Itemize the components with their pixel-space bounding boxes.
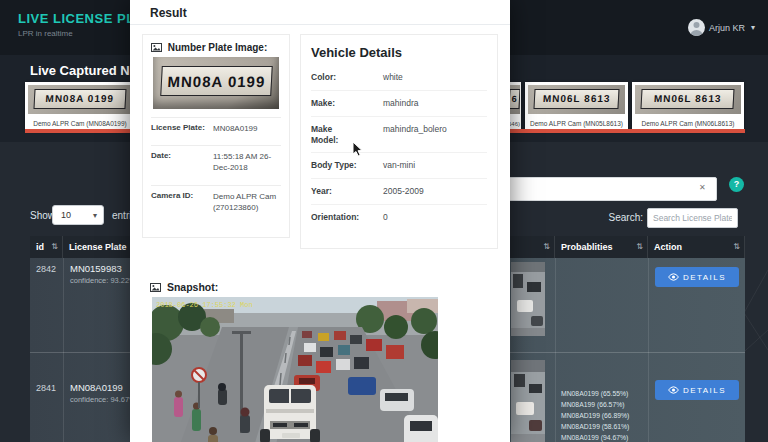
help-icon[interactable]: ? [729,177,744,192]
field-label: License Plate: [151,123,209,132]
clear-icon[interactable]: ✕ [699,183,706,192]
probability-item: MN08AD199 (66.89%) [561,410,629,421]
row-license-plate: MN08A0199 [70,382,123,393]
search-label: Search: [585,212,643,223]
mouse-cursor [352,141,364,157]
details-button-label: DETAILS [683,273,726,282]
field-row: License Plate: MN08A0199 [151,117,281,145]
sort-icon[interactable]: ⇅ [733,236,740,258]
field-value: MN08A0199 [213,123,281,134]
divider [130,24,510,25]
field-label: Orientation: [311,212,369,223]
snapshot-timestamp: 2018-06-26 17:55:32 Mon [156,301,253,309]
modal-title: Result [150,6,187,20]
column-header-probabilities[interactable]: Probablities ⇅ [555,236,648,258]
field-label: Color: [311,72,369,83]
field-value: mahindra [383,98,487,108]
field-value: 0 [383,212,487,222]
field-row: Year: 2005-2009 [311,179,487,205]
field-row: Color: white [311,65,487,91]
field-value: van-mini [383,160,487,170]
snapshot-image: 2018-06-26 17:55:32 Mon [152,297,438,442]
column-divider [648,258,649,442]
user-menu[interactable]: Arjun KR [709,23,745,33]
probability-item: MN08A0199 (65.55%) [561,388,629,399]
field-label: Make Model: [311,124,351,146]
number-plate-card: Number Plate Image: MN08A 0199 License P… [142,34,290,238]
result-modal: Result Number Plate Image: MN08A 0199 Li… [130,0,510,442]
details-button[interactable]: DETAILS [655,380,739,400]
page-subtitle: LPR in realtime [18,29,73,38]
number-plate-heading: Number Plate Image: [151,42,267,53]
column-divider [555,258,556,442]
number-plate-heading-label: Number Plate Image: [168,42,267,53]
sort-icon[interactable]: ⇅ [543,236,550,258]
column-header-label: License Plate [69,242,127,252]
plate-thumbnail-caption: Demo ALPR Cam (MN05L8613) [525,120,628,127]
column-header-action[interactable]: Action ⇅ [648,236,745,258]
page-size-select[interactable]: 10 ▾ [52,205,104,225]
plate-thumbnail[interactable]: MN06L 8613 Demo ALPR Cam (MN05L8613) [525,82,628,129]
field-row: Make: mahindra [311,91,487,117]
field-row: Make Model: mahindra_bolero [311,117,487,153]
row-id: 2842 [36,264,56,274]
field-row: Body Type: van-mini [311,153,487,179]
column-divider [63,258,64,442]
field-label: Camera ID: [151,191,209,200]
chevron-down-icon: ▾ [751,23,755,32]
plate-thumbnail-caption: Demo ALPR Cam (MN08A0199) [25,120,135,127]
chevron-down-icon: ▾ [93,207,97,225]
column-header-label: id [36,242,44,252]
column-header-label: Action [654,242,682,252]
plate-thumbnail[interactable]: MN06L 8613 Demo ALPR Cam (MN06L8613) [632,82,744,129]
eye-icon [668,273,679,281]
snapshot-heading: Snapshot: [150,281,218,293]
field-label: Date: [151,151,209,160]
vehicle-details-heading: Vehicle Details [311,45,402,60]
row-confidence: confidence: 93.22% [70,276,136,285]
row-snapshot-thumbnail[interactable] [511,262,545,336]
plate-text: MN08A 0199 [160,66,272,96]
field-row: Date: 11:55:18 AM 26-Dec-2018 [151,145,281,185]
row-snapshot-thumbnail[interactable] [511,360,545,442]
plate-thumbnail-image: MN08A 0199 [28,85,132,114]
vehicle-details-card: Vehicle Details Color: white Make: mahin… [300,34,498,249]
details-button-label: DETAILS [683,386,726,395]
field-label: Make: [311,98,369,109]
row-license-plate: MN0159983 [70,263,122,274]
field-label: Body Type: [311,160,369,171]
row-id: 2841 [36,383,56,393]
user-avatar[interactable] [688,19,705,36]
probability-item: MN08AD199 (58.61%) [561,421,629,432]
snapshot-heading-label: Snapshot: [167,281,218,293]
probabilities-list: MN08A0199 (65.55%) MN08A199 (66.57%) MN0… [561,388,629,442]
field-value: 2005-2009 [383,186,487,196]
sort-icon[interactable]: ⇅ [51,236,58,258]
sort-icon[interactable]: ⇅ [636,236,643,258]
field-value: 11:55:18 AM 26-Dec-2018 [213,151,281,173]
probability-item: MN08A0199 (94.67%) [561,432,629,442]
plate-thumbnail-caption: Demo ALPR Cam (MN06L8613) [632,120,744,127]
image-icon [151,43,162,52]
row-confidence: confidence: 94.67% [70,395,136,404]
field-value: Demo ALPR Cam (270123860) [213,191,281,213]
field-value: white [383,72,487,82]
page-size-value: 10 [61,210,71,220]
column-header-label: Probablities [561,242,613,252]
details-button[interactable]: DETAILS [655,267,739,287]
plate-thumbnail-image: MN06L 8613 [635,85,741,114]
field-row: Orientation: 0 [311,205,487,231]
field-label: Year: [311,186,369,197]
search-input[interactable] [647,208,738,228]
plate-thumbnail[interactable]: MN08A 0199 Demo ALPR Cam (MN08A0199) [25,82,135,129]
image-icon [150,283,161,292]
column-header-id[interactable]: id ⇅ [30,236,63,258]
field-value: mahindra_bolero [383,124,487,134]
field-row: Camera ID: Demo ALPR Cam (270123860) [151,185,281,225]
probability-item: MN08A199 (66.57%) [561,399,629,410]
eye-icon [668,386,679,394]
plate-thumbnail-image: MN06L 8613 [528,85,625,114]
number-plate-image: MN08A 0199 [153,57,279,109]
